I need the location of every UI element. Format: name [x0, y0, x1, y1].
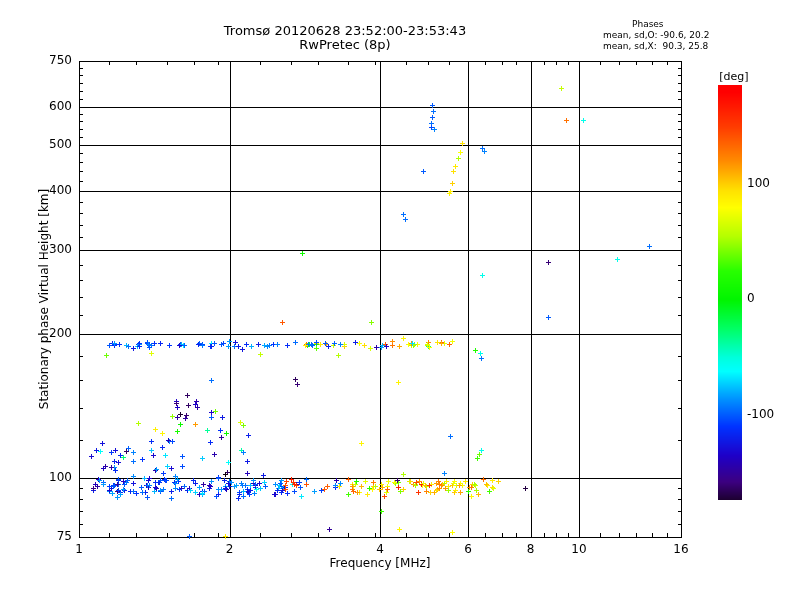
colorbar-tick-label: 0	[747, 291, 791, 305]
y-tick-label: 75	[30, 529, 72, 543]
x-tick-label: 6	[448, 542, 488, 556]
colorbar-tick-label: -100	[747, 407, 791, 421]
y-axis-title: Stationary phase Virtual Height [km]	[37, 189, 51, 409]
x-tick-label: 2	[210, 542, 250, 556]
y-tick-label: 750	[30, 53, 72, 67]
x-tick-label: 10	[559, 542, 599, 556]
y-tick-label: 300	[30, 242, 72, 256]
y-tick-label: 500	[30, 137, 72, 151]
y-tick-label: 400	[30, 183, 72, 197]
colorbar-unit-label: [deg]	[711, 70, 757, 83]
chart-subtitle: RwPretec (8p)	[145, 37, 545, 52]
x-tick-label: 1	[59, 542, 99, 556]
ionogram-figure: Tromsø 20120628 23:52:00-23:53:43 RwPret…	[0, 0, 800, 600]
phases-annotation-o-mode: mean, sd,O: -90.6, 20.2	[603, 30, 709, 40]
x-tick-label: 16	[661, 542, 701, 556]
phases-annotation-title: Phases	[632, 19, 664, 29]
x-axis-title: Frequency [MHz]	[280, 556, 480, 570]
phases-annotation-x-mode: mean, sd,X: 90.3, 25.8	[603, 41, 708, 51]
chart-canvas	[0, 0, 800, 600]
y-tick-label: 600	[30, 99, 72, 113]
colorbar-tick-label: 100	[747, 176, 791, 190]
x-tick-label: 4	[360, 542, 400, 556]
y-tick-label: 100	[30, 470, 72, 484]
y-tick-label: 200	[30, 326, 72, 340]
x-tick-label: 8	[511, 542, 551, 556]
chart-title: Tromsø 20120628 23:52:00-23:53:43	[145, 23, 545, 38]
